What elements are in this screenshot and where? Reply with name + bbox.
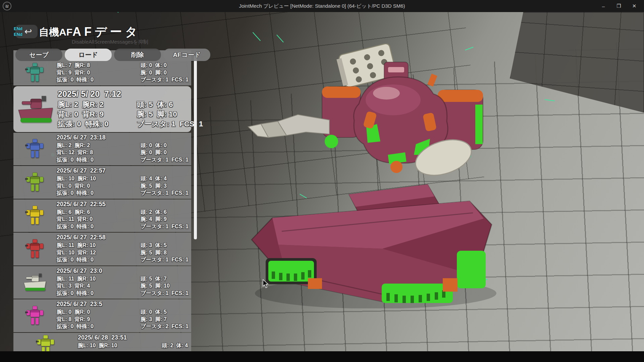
stat-booster-fcs: ブースタ: 1 FCS: 1	[141, 76, 189, 83]
preview-mech-3d	[241, 44, 506, 308]
mech-figure-icon	[21, 62, 49, 83]
stat-back-weapons: 背L: 8 背R: 9	[57, 316, 141, 323]
key-hint-end: ENd ENd	[14, 26, 22, 37]
stat-arm-weapons: 腕L: 6 腕R: 6	[57, 208, 141, 216]
list-item-body: 2025/ 6/ 27 23:18 腕L: 2 腕R: 2 背L: 12 背R:…	[57, 134, 191, 164]
stat-arms-legs: 腕: 0 脚: 0	[141, 69, 189, 76]
toolbar: セーブ ロード 削除 AFコード	[15, 49, 210, 61]
stat-arms-legs: 腕: 4 脚: 9	[141, 216, 189, 223]
close-button[interactable]: ✕	[627, 0, 642, 12]
stat-booster-fcs: ブースタ: 1 FCS: 1	[141, 256, 189, 263]
mech-figure-icon	[21, 172, 49, 192]
stat-arms-legs: 腕: 5 脚: 10	[137, 109, 203, 119]
window-title: JointMech プレビュー [NetMode: Standalone 0] …	[0, 3, 644, 9]
stat-back-weapons: 背L: 12 背R: 8	[57, 149, 141, 156]
stat-arm-weapons: 腕L: 2 腕R: 2	[58, 100, 137, 109]
stat-booster-fcs: ブースタ: 1 FCS: 1	[141, 189, 189, 197]
save-date: 2025/ 6/ 27 23:0	[57, 267, 189, 275]
list-item-body: 2025/ 5/ 20 7:12 腕L: 2 腕R: 2 背L: 0 背R: 9…	[58, 89, 206, 129]
delete-button[interactable]: 削除	[114, 49, 161, 61]
stat-back-weapons: 背L: 9 背R: 0	[57, 69, 141, 76]
mech-figure-icon	[21, 238, 49, 259]
mech-figure-icon	[21, 305, 49, 326]
stat-expansion-special: 拡張: 0 特殊: 0	[57, 76, 141, 83]
list-item[interactable]: 2025/ 6/ 27 23:0 腕L: 11 腕R: 10 背L: 3 背R:…	[13, 266, 191, 299]
save-date: 2025/ 6/ 28 23:51	[78, 334, 189, 342]
af-code-button[interactable]: AFコード	[163, 49, 210, 61]
save-date: 2025/ 6/ 27 22:55	[57, 201, 189, 208]
stat-head-body: 頭: 0 体: 0	[141, 62, 189, 69]
mech-thumbnail	[13, 134, 57, 164]
stat-back-weapons: 背L: 0 背R: 9	[58, 109, 137, 119]
list-item[interactable]: 2025/ 6/ 27 23:5 腕L: 0 腕R: 0 背L: 8 背R: 9…	[13, 299, 191, 332]
mech-thumbnail	[13, 167, 57, 197]
stat-arm-weapons: 腕L: 2 腕R: 2	[57, 142, 141, 149]
stat-head-body: 頭: 2 体: 4	[162, 342, 188, 349]
stat-head-body: 頭: 4 体: 4	[141, 175, 189, 182]
stat-arms-legs: 腕: 3 脚: 7	[141, 316, 189, 323]
mech-figure-icon	[21, 205, 49, 226]
tank-figure-icon	[13, 93, 58, 125]
stat-arms-legs: 腕: 0 脚: 0	[141, 149, 189, 156]
stat-head-body: 頭: 0 体: 5	[141, 308, 189, 316]
stat-arms-legs: 腕: 5 脚: 8	[141, 249, 189, 256]
list-scrollbar[interactable]	[194, 56, 197, 239]
stat-arms-legs: 腕: 5 脚: 3	[141, 182, 189, 190]
back-arrow-icon: ↩	[24, 27, 32, 36]
stat-back-weapons: 背L: 11 背R: 0	[57, 216, 141, 223]
stat-arm-weapons: 腕L: 0 腕R: 0	[57, 308, 141, 316]
maximize-button[interactable]: ❒	[611, 0, 627, 12]
list-item[interactable]: 2025/ 6/ 27 23:18 腕L: 2 腕R: 2 背L: 12 背R:…	[13, 133, 191, 166]
mech-thumbnail	[13, 301, 57, 330]
bottom-letterbox	[0, 351, 644, 362]
stat-expansion-special: 拡張: 0 特殊: 0	[58, 119, 137, 129]
list-item-body: 2025/ 6/ 27 22:57 腕L: 10 腕R: 10 背L: 0 背R…	[57, 167, 191, 197]
list-item[interactable]: 2025/ 6/ 27 22:58 腕L: 11 腕R: 10 背L: 10 背…	[13, 233, 191, 265]
stat-booster-fcs: ブースタ: 1 FCS: 1	[141, 290, 189, 297]
stat-back-weapons: 背L: 10 背R: 12	[57, 249, 141, 256]
stat-booster-fcs: ブースタ: 1 FCS: 1	[141, 156, 189, 164]
stat-expansion-special: 拡張: 0 特殊: 0	[57, 223, 141, 230]
tank-figure-icon	[21, 272, 49, 292]
save-date: 2025/ 6/ 27 23:5	[57, 301, 189, 308]
window-titlebar: u JointMech プレビュー [NetMode: Standalone 0…	[0, 0, 644, 12]
save-button[interactable]: セーブ	[15, 49, 62, 61]
mech-thumbnail	[13, 62, 57, 83]
list-item[interactable]: 2025/ 6/ 27 22:55 腕L: 6 腕R: 6 背L: 11 背R:…	[13, 199, 191, 232]
list-item-body: 2025/ 6/ 27 22:58 腕L: 11 腕R: 10 背L: 10 背…	[57, 234, 191, 263]
af-list: 腕L: 7 腕R: 8 背L: 9 背R: 0 拡張: 0 特殊: 0 頭: 0…	[13, 50, 191, 358]
list-item-body: 2025/ 6/ 27 23:0 腕L: 11 腕R: 10 背L: 3 背R:…	[57, 267, 191, 297]
minimize-button[interactable]: –	[596, 0, 611, 12]
stat-head-body: 頭: 3 体: 5	[141, 242, 189, 249]
stat-expansion-special: 拡張: 0 特殊: 0	[57, 256, 141, 263]
list-item[interactable]: 2025/ 5/ 20 7:12 腕L: 2 腕R: 2 背L: 0 背R: 9…	[13, 86, 191, 132]
list-item-body: 2025/ 6/ 27 22:55 腕L: 6 腕R: 6 背L: 11 背R:…	[57, 201, 191, 230]
stat-head-body: 頭: 5 体: 7	[141, 275, 189, 283]
stat-expansion-special: 拡張: 0 特殊: 0	[57, 156, 141, 164]
list-item-body: 腕L: 7 腕R: 8 背L: 9 背R: 0 拡張: 0 特殊: 0 頭: 0…	[57, 62, 191, 83]
stat-head-body: 頭: 2 体: 6	[141, 208, 189, 216]
save-date: 2025/ 6/ 27 23:18	[57, 134, 189, 142]
page-subtitle: 自機AF	[39, 25, 72, 39]
stat-arm-weapons: 腕L: 11 腕R: 10	[57, 275, 141, 283]
stat-booster-fcs: ブースタ: 2 FCS: 1	[141, 323, 189, 330]
load-button[interactable]: ロード	[65, 49, 112, 61]
save-date: 2025/ 6/ 27 22:57	[57, 167, 189, 175]
stat-expansion-special: 拡張: 0 特殊: 0	[57, 323, 141, 330]
list-item[interactable]: 2025/ 6/ 27 22:57 腕L: 10 腕R: 10 背L: 0 背R…	[13, 166, 191, 199]
save-date: 2025/ 5/ 20 7:12	[58, 89, 203, 100]
stat-head-body: 頭: 5 体: 6	[137, 100, 203, 109]
mech-thumbnail	[13, 234, 57, 263]
stat-arm-weapons: 腕L: 11 腕R: 10	[57, 242, 141, 249]
save-date: 2025/ 6/ 27 22:58	[57, 234, 189, 242]
mech-thumbnail	[13, 89, 58, 129]
stat-expansion-special: 拡張: 0 特殊: 0	[57, 189, 141, 197]
stat-arm-weapons: 腕L: 10 腕R: 10	[57, 175, 141, 182]
stat-back-weapons: 背L: 0 背R: 0	[57, 182, 141, 190]
stat-arm-weapons: 腕L: 7 腕R: 8	[57, 62, 141, 69]
stat-head-body: 頭: 0 体: 0	[141, 142, 189, 149]
mech-thumbnail	[13, 267, 57, 297]
stat-back-weapons: 背L: 3 背R: 4	[57, 282, 141, 290]
stat-arm-weapons: 腕L: 10 腕R: 10	[78, 342, 162, 349]
stat-booster-fcs: ブースタ: 1 FCS: 1	[141, 223, 189, 230]
